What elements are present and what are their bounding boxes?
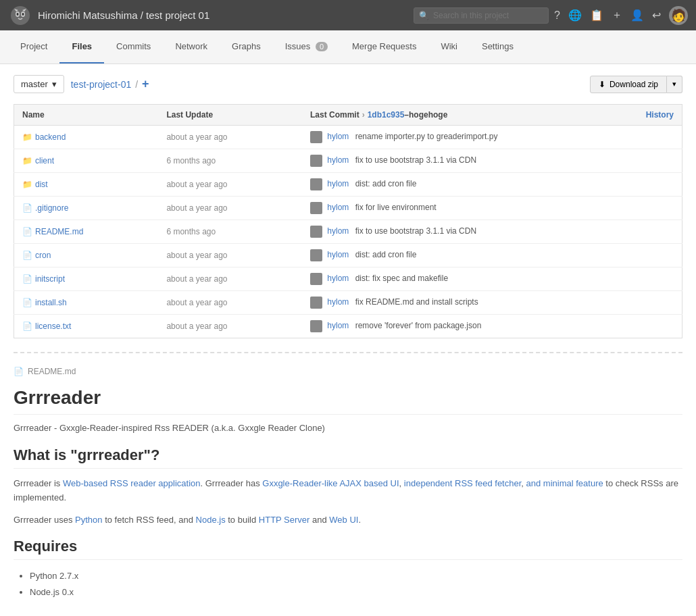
commit-author: hylom [327,155,349,165]
readme-link-webui[interactable]: Web UI [329,515,358,525]
nav-files[interactable]: Files [59,30,104,63]
toolbar: master ▾ test-project-01 / + ⬇ Download … [14,75,682,93]
nav-merge-requests[interactable]: Merge Requests [340,30,428,63]
branch-selector[interactable]: master ▾ [14,75,64,93]
readme-link-nodejs[interactable]: Node.js [196,515,226,525]
globe-icon[interactable]: 🌐 [568,9,582,22]
top-navigation: Hiromichi Matsushima / test project 01 🔍… [0,0,696,30]
readme-title: Grrreader [14,387,682,415]
table-row: 📄license.txt about a year ago hylom remo… [14,315,682,338]
file-link[interactable]: backend [35,132,66,142]
logout-icon[interactable]: ↩ [652,9,661,22]
avatar[interactable]: 🧑 [669,6,688,25]
readme-header: 📄 README.md [14,367,682,376]
toolbar-left: master ▾ test-project-01 / + [14,75,149,93]
download-wrap: ⬇ Download zip ▾ [590,76,682,93]
dir-icon: 📁 [22,180,32,189]
file-link[interactable]: initscript [35,274,65,284]
logo[interactable] [8,3,32,28]
section-separator [14,352,682,353]
nav-issues[interactable]: Issues 0 [273,30,340,63]
readme-section1-title: What is "grrreader"? [14,446,682,469]
commit-author-icon [310,249,322,261]
readme-para1: Grrreader is Web-based RSS reader applic… [14,477,682,505]
table-row: 📄README.md 6 months ago hylom fix to use… [14,220,682,244]
file-name-cell: 📄.gitignore [14,197,159,220]
commit-author-icon [310,178,322,190]
breadcrumb-repo-link[interactable]: test-project-01 [71,79,131,90]
breadcrumb: test-project-01 / + [71,77,149,91]
readme-link-minimal[interactable]: and minimal feature [526,478,603,488]
snippet-icon[interactable]: 📋 [590,9,603,22]
history-link[interactable]: History [646,110,674,120]
file-link[interactable]: install.sh [35,298,67,307]
dir-icon: 📁 [22,156,32,165]
file-table-body: 📁backend about a year ago hylom rename i… [14,126,682,338]
file-doc-icon: 📄 [14,367,24,376]
file-last-update-cell: about a year ago [158,267,302,291]
file-link[interactable]: client [35,156,54,165]
commit-author-icon [310,202,322,214]
download-zip-button[interactable]: ⬇ Download zip [590,76,667,93]
top-nav-icons: ? 🌐 📋 ＋ 👤 ↩ 🧑 [554,6,688,25]
file-link[interactable]: README.md [35,227,83,236]
table-row: 📁client 6 months ago hylom fix to use bo… [14,149,682,173]
commit-author: hylom [327,274,349,283]
file-last-update-cell: about a year ago [158,315,302,338]
nav-project[interactable]: Project [8,30,59,63]
file-last-update-cell: about a year ago [158,244,302,267]
readme-link-rss[interactable]: independent RSS feed fetcher [404,478,521,488]
commit-author: hylom [327,132,349,141]
table-row: 📄cron about a year ago hylom dist: add c… [14,244,682,267]
svg-point-5 [17,13,19,16]
readme-subtitle: Grrreader - Gxxgle-Reader-inspired Rss R… [14,423,682,433]
file-name-cell: 📄cron [14,244,159,267]
commit-msg-header: hogehoge [409,110,447,120]
col-name: Name [14,105,159,126]
commit-message: dist: fix spec and makefile [355,274,448,283]
file-icon: 📄 [22,251,32,260]
file-link[interactable]: .gitignore [35,203,68,213]
readme-link-ajax[interactable]: Gxxgle-Reader-like AJAX based UI [262,478,399,488]
commit-hash[interactable]: 1db1c935 [368,110,405,120]
readme-link-web[interactable]: Web-based RSS reader application [63,478,201,488]
file-name-cell: 📁client [14,149,159,173]
commit-author-icon [310,297,322,309]
commit-author: hylom [327,226,349,236]
commit-message: dist: add cron file [355,250,417,259]
nav-commits[interactable]: Commits [104,30,163,63]
requires-item: Node.js 0.x [30,584,682,600]
file-link[interactable]: license.txt [35,322,71,331]
add-file-button[interactable]: + [142,77,149,91]
commit-author-icon [310,226,322,238]
readme-link-python[interactable]: Python [75,515,102,525]
help-icon[interactable]: ? [554,9,560,22]
file-table: Name Last Update Last Commit › 1db1c935 … [14,104,682,338]
commit-author-icon [310,273,322,285]
search-wrapper: 🔍 [414,7,549,24]
nav-network[interactable]: Network [163,30,220,63]
file-icon: 📄 [22,298,32,307]
table-row: 📄.gitignore about a year ago hylom fix f… [14,197,682,220]
nav-graphs[interactable]: Graphs [220,30,273,63]
file-link[interactable]: dist [35,180,48,189]
download-caret-button[interactable]: ▾ [667,76,682,93]
search-input[interactable] [414,7,549,24]
commit-author: hylom [327,203,349,212]
commit-sep: – [404,110,409,120]
file-commit-cell: hylom dist: add cron file [302,244,682,267]
project-title: Hiromichi Matsushima / test project 01 [38,9,408,21]
commit-message: fix to use bootstrap 3.1.1 via CDN [355,155,476,165]
file-commit-cell: hylom fix to use bootstrap 3.1.1 via CDN [302,149,682,173]
file-last-update-cell: about a year ago [158,126,302,149]
profile-icon[interactable]: 👤 [630,9,644,22]
file-name-cell: 📄install.sh [14,291,159,315]
nav-settings[interactable]: Settings [470,30,526,63]
nav-wiki[interactable]: Wiki [428,30,470,63]
file-link[interactable]: cron [35,251,51,260]
commit-author: hylom [327,179,349,188]
commit-author: hylom [327,297,349,307]
plus-icon[interactable]: ＋ [612,8,622,22]
file-commit-cell: hylom dist: fix spec and makefile [302,267,682,291]
readme-link-http[interactable]: HTTP Server [259,515,310,525]
